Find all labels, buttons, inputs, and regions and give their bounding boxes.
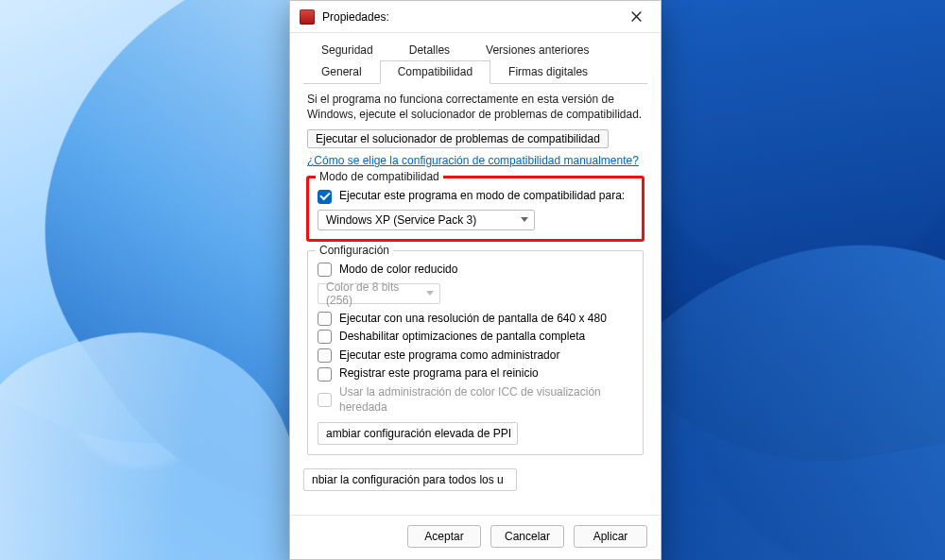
run-troubleshooter-button[interactable]: Ejecutar el solucionador de problemas de… — [307, 129, 609, 148]
reduced-color-checkbox[interactable]: Modo de color reducido — [318, 263, 633, 278]
change-dpi-button[interactable]: ambiar configuración elevada de PPI — [318, 422, 518, 445]
tab-previous[interactable]: Versiones anteriores — [468, 39, 607, 61]
manual-compat-link[interactable]: ¿Cómo se elige la configuración de compa… — [307, 154, 639, 167]
tab-general[interactable]: General — [303, 60, 380, 84]
tab-signatures[interactable]: Firmas digitales — [490, 60, 606, 84]
properties-dialog: Propiedades: Seguridad Detalles Versione… — [289, 0, 662, 560]
settings-group: Configuración Modo de color reducido Col… — [307, 250, 644, 455]
tab-security[interactable]: Seguridad — [303, 39, 391, 61]
titlebar[interactable]: Propiedades: — [290, 1, 661, 33]
icc-label: Usar la administración de color ICC de v… — [339, 385, 633, 415]
cancel-button[interactable]: Cancelar — [490, 525, 564, 548]
tab-body: Si el programa no funciona correctamente… — [290, 84, 661, 515]
run-admin-checkbox[interactable]: Ejecutar este programa como administrado… — [318, 348, 633, 364]
checkbox-icon — [318, 393, 332, 407]
checkbox-icon — [318, 330, 332, 344]
register-restart-label: Registrar este programa para el reinicio — [339, 366, 539, 382]
reduced-color-label: Modo de color reducido — [339, 263, 457, 278]
close-icon — [631, 11, 642, 22]
compat-mode-dropdown-value: Windows XP (Service Pack 3) — [326, 213, 476, 227]
window-title: Propiedades: — [322, 10, 617, 24]
disable-fs-label: Deshabilitar optimizaciones de pantalla … — [339, 330, 585, 345]
icc-checkbox[interactable]: Usar la administración de color ICC de v… — [318, 385, 633, 415]
close-button[interactable] — [617, 4, 655, 30]
run-admin-label: Ejecutar este programa como administrado… — [339, 348, 559, 364]
checkbox-icon — [318, 367, 332, 382]
tab-details[interactable]: Detalles — [391, 39, 468, 61]
reduced-color-value: Color de 8 bits (256) — [326, 280, 426, 307]
res640-label: Ejecutar con una resolución de pantalla … — [339, 312, 607, 327]
ok-button[interactable]: Aceptar — [407, 525, 481, 548]
app-icon — [300, 9, 315, 25]
compat-mode-dropdown[interactable]: Windows XP (Service Pack 3) — [318, 210, 535, 230]
compat-mode-checkbox-label: Ejecutar este programa en modo de compat… — [339, 189, 625, 204]
compat-description: Si el programa no funciona correctamente… — [307, 92, 644, 122]
res640-checkbox[interactable]: Ejecutar con una resolución de pantalla … — [318, 312, 633, 327]
disable-fs-checkbox[interactable]: Deshabilitar optimizaciones de pantalla … — [318, 330, 633, 345]
compat-mode-checkbox[interactable]: Ejecutar este programa en modo de compat… — [318, 189, 633, 204]
checkbox-icon — [318, 348, 332, 363]
apply-button[interactable]: Aplicar — [574, 525, 647, 548]
chevron-down-icon — [426, 291, 434, 296]
reduced-color-dropdown: Color de 8 bits (256) — [318, 283, 440, 304]
tab-compatibility[interactable]: Compatibilidad — [380, 60, 490, 84]
checkbox-icon — [318, 190, 332, 204]
checkbox-icon — [318, 312, 332, 326]
chevron-down-icon — [521, 217, 528, 222]
tabstrip: Seguridad Detalles Versiones anteriores … — [290, 33, 661, 84]
dialog-footer: Aceptar Cancelar Aplicar — [290, 515, 661, 559]
settings-legend: Configuración — [316, 244, 393, 257]
compat-mode-group: Modo de compatibilidad Ejecutar este pro… — [307, 177, 644, 241]
change-all-users-button[interactable]: nbiar la configuración para todos los u — [303, 468, 517, 491]
compat-mode-legend: Modo de compatibilidad — [316, 170, 443, 183]
checkbox-icon — [318, 263, 332, 277]
register-restart-checkbox[interactable]: Registrar este programa para el reinicio — [318, 366, 633, 382]
